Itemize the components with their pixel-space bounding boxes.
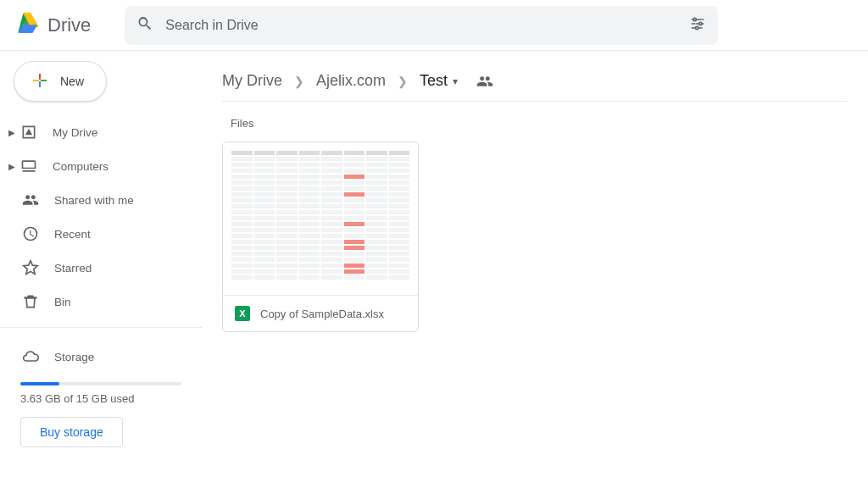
search-bar[interactable] xyxy=(125,6,718,45)
chevron-right-icon: ❯ xyxy=(294,75,304,88)
sidebar-item-label: Starred xyxy=(54,262,92,275)
storage-bar xyxy=(20,382,181,385)
header: Drive xyxy=(0,0,868,51)
file-name: Copy of SampleData.xlsx xyxy=(260,308,384,320)
plus-icon xyxy=(30,70,50,93)
breadcrumb-item[interactable]: Ajelix.com xyxy=(316,72,386,90)
app-title: Drive xyxy=(47,14,91,36)
laptop-icon xyxy=(19,156,39,176)
new-button-label: New xyxy=(60,75,84,88)
search-input[interactable] xyxy=(165,18,677,33)
sidebar: New ▶ My Drive ▶ Computers xyxy=(0,51,202,477)
chevron-right-icon: ❯ xyxy=(398,75,408,88)
main: My Drive ❯ Ajelix.com ❯ Test ▾ Files xyxy=(202,51,868,477)
sidebar-item-recent[interactable]: Recent xyxy=(0,217,202,251)
sidebar-item-label: Storage xyxy=(54,351,94,363)
caret-icon: ▶ xyxy=(7,162,17,171)
trash-icon xyxy=(20,291,41,312)
breadcrumb-current[interactable]: Test ▾ xyxy=(420,72,458,90)
clock-icon xyxy=(20,224,41,244)
storage-used-text: 3.63 GB of 15 GB used xyxy=(20,392,181,405)
sidebar-item-label: Bin xyxy=(54,296,71,308)
sidebar-item-label: Computers xyxy=(53,160,108,173)
excel-icon: X xyxy=(235,306,250,321)
share-folder-icon[interactable] xyxy=(476,73,493,90)
cloud-icon xyxy=(20,347,41,367)
sidebar-item-bin[interactable]: Bin xyxy=(0,285,202,319)
chevron-down-icon: ▾ xyxy=(453,75,458,87)
drive-folder-icon xyxy=(19,122,39,142)
caret-icon: ▶ xyxy=(7,128,17,137)
sidebar-item-label: Shared with me xyxy=(54,194,134,207)
star-icon xyxy=(20,258,41,278)
file-card-footer: X Copy of SampleData.xlsx xyxy=(223,295,418,331)
svg-point-6 xyxy=(696,26,698,29)
breadcrumb: My Drive ❯ Ajelix.com ❯ Test ▾ xyxy=(222,61,848,102)
search-options-icon[interactable] xyxy=(689,15,706,35)
storage-block: 3.63 GB of 15 GB used Buy storage xyxy=(0,374,202,447)
svg-point-4 xyxy=(693,18,696,20)
logo[interactable]: Drive xyxy=(14,10,91,40)
sidebar-item-label: My Drive xyxy=(53,126,97,139)
storage-bar-fill xyxy=(20,382,59,385)
file-thumbnail xyxy=(223,142,418,295)
sidebar-item-storage[interactable]: Storage xyxy=(0,340,202,374)
drive-logo-icon xyxy=(14,10,41,40)
sidebar-item-label: Recent xyxy=(54,228,91,241)
sidebar-item-shared[interactable]: Shared with me xyxy=(0,183,202,217)
sidebar-item-mydrive[interactable]: ▶ My Drive xyxy=(0,115,202,149)
breadcrumb-current-label: Test xyxy=(420,72,448,90)
new-button[interactable]: New xyxy=(14,61,107,102)
search-icon xyxy=(136,15,153,35)
breadcrumb-item[interactable]: My Drive xyxy=(222,72,282,90)
buy-storage-button[interactable]: Buy storage xyxy=(20,417,123,447)
files-section-label: Files xyxy=(231,117,848,130)
nav: ▶ My Drive ▶ Computers Shared with me xyxy=(0,115,202,374)
svg-point-5 xyxy=(699,22,702,25)
file-card[interactable]: X Copy of SampleData.xlsx xyxy=(222,141,419,332)
sidebar-item-starred[interactable]: Starred xyxy=(0,251,202,285)
divider xyxy=(0,327,202,328)
people-icon xyxy=(20,190,41,210)
sidebar-item-computers[interactable]: ▶ Computers xyxy=(0,149,202,183)
